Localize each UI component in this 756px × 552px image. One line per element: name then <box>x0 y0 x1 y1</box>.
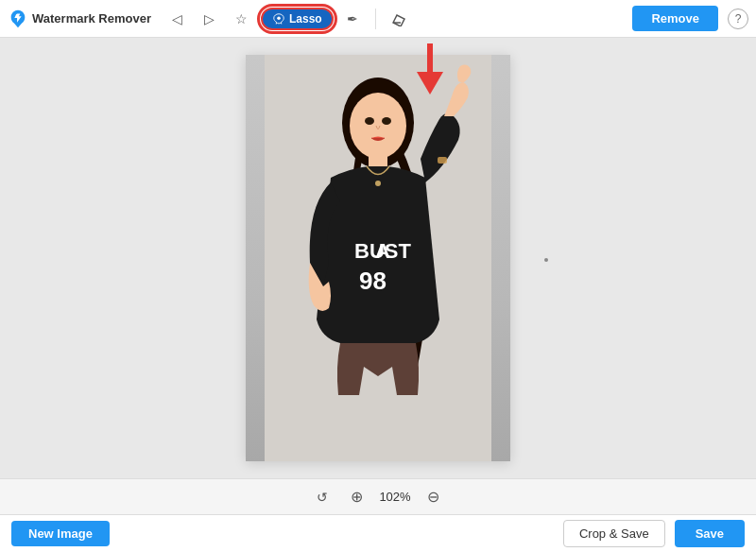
footer-actions: Crop & Save Save <box>563 520 745 547</box>
zoom-level: 102% <box>379 490 410 504</box>
reset-zoom-button[interactable]: ↺ <box>311 486 334 509</box>
person-image: BUST A 98 <box>265 55 491 461</box>
app-title: Watermark Remover <box>32 11 151 26</box>
svg-point-10 <box>375 181 381 186</box>
app-logo-icon <box>8 9 28 29</box>
eraser-icon <box>391 11 406 26</box>
crop-save-button[interactable]: Crop & Save <box>563 520 665 547</box>
lasso-label: Lasso <box>289 12 322 26</box>
svg-rect-11 <box>438 157 447 164</box>
star-icon: ☆ <box>235 11 248 26</box>
svg-point-0 <box>277 16 281 20</box>
zoom-out-icon: ⊖ <box>427 488 439 506</box>
zoom-in-button[interactable]: ⊕ <box>345 486 368 509</box>
photo-canvas[interactable]: BUST A 98 <box>246 55 510 461</box>
forward-icon: ▷ <box>204 11 215 26</box>
remove-button[interactable]: Remove <box>632 6 718 31</box>
bottom-toolbar: ↺ ⊕ 102% ⊖ <box>0 478 756 514</box>
back-button[interactable]: ◁ <box>164 6 191 32</box>
main-area: BUST A 98 <box>0 38 756 478</box>
pen-icon: ✒ <box>347 11 358 26</box>
help-button[interactable]: ? <box>728 9 748 29</box>
forward-button[interactable]: ▷ <box>197 6 223 32</box>
back-icon: ◁ <box>172 11 182 26</box>
app-logo: Watermark Remover <box>8 9 151 29</box>
pen-button[interactable]: ✒ <box>339 6 366 32</box>
svg-text:98: 98 <box>359 267 387 295</box>
lasso-icon <box>272 12 285 26</box>
svg-point-5 <box>350 93 406 159</box>
footer: New Image Crop & Save Save <box>0 514 756 552</box>
svg-point-12 <box>365 117 374 125</box>
svg-point-13 <box>382 117 391 125</box>
image-container: BUST A 98 <box>246 55 510 461</box>
reset-icon: ↺ <box>317 490 328 505</box>
toolbar: Watermark Remover ◁ ▷ ☆ Lasso ✒ Remove ? <box>0 0 756 38</box>
zoom-in-icon: ⊕ <box>351 488 363 506</box>
toolbar-separator <box>375 9 376 29</box>
star-button[interactable]: ☆ <box>229 6 255 32</box>
zoom-out-button[interactable]: ⊖ <box>422 486 445 509</box>
save-button[interactable]: Save <box>675 520 745 547</box>
dot-marker <box>544 258 548 262</box>
new-image-button[interactable]: New Image <box>11 521 110 546</box>
svg-text:A: A <box>375 239 390 263</box>
eraser-button[interactable] <box>386 6 412 32</box>
svg-marker-1 <box>393 15 404 26</box>
lasso-button[interactable]: Lasso <box>261 8 334 30</box>
